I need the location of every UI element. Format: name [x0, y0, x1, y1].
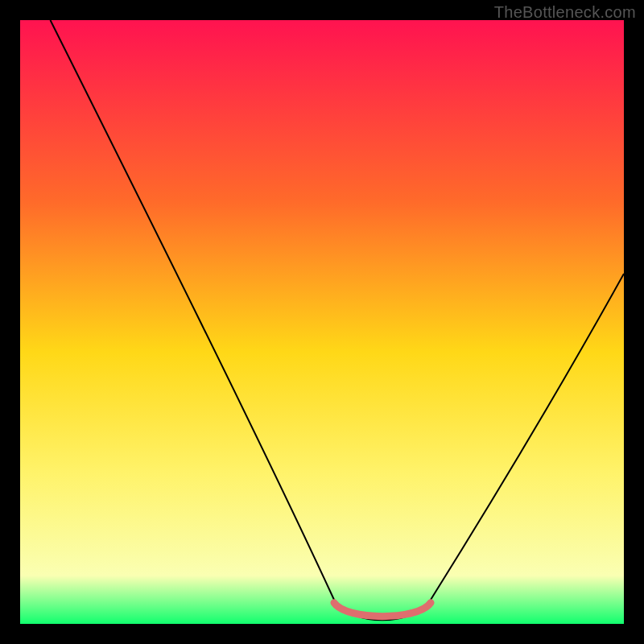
chart-container [20, 20, 624, 624]
watermark-text: TheBottleneck.com [494, 3, 636, 22]
bottleneck-chart [20, 20, 624, 624]
chart-background [20, 20, 624, 624]
